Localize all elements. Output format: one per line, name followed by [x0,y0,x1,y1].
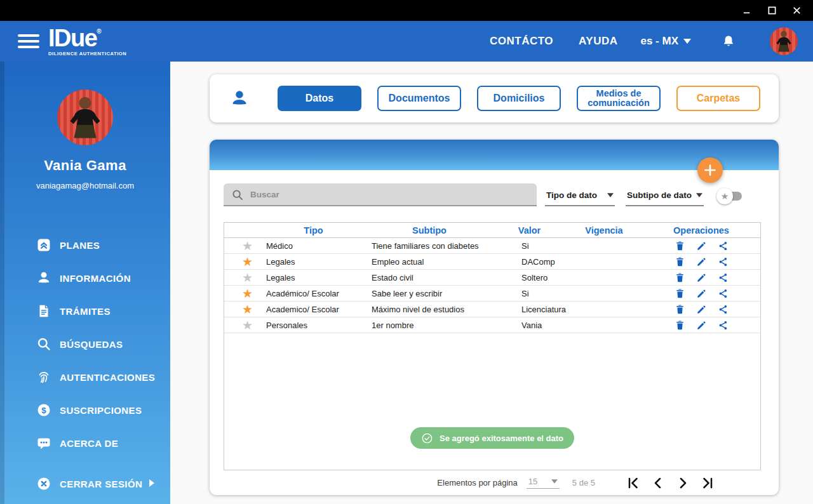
filter-subtipo-de-dato[interactable]: Subtipo de dato [626,185,704,206]
pagination: Elementos por página 15 5 de 5 [224,470,765,495]
caret-down-icon [683,39,691,44]
delete-icon[interactable] [675,272,685,283]
cell-valor: Si [493,289,566,298]
table-row: ★ Legales Estado civil Soltero [224,270,760,286]
search-icon [36,336,51,352]
fingerprint-icon [36,369,51,385]
svg-text:$: $ [41,406,46,415]
add-data-button[interactable] [697,157,723,183]
header-nav: CONTÁCTO AYUDA es - MX [490,27,813,55]
table-body: ★ Médico Tiene familiares con diabetes S… [224,238,760,333]
favorite-star-icon[interactable]: ★ [242,303,253,316]
language-selector[interactable]: es - MX [640,35,691,48]
favorite-star-icon[interactable]: ★ [242,255,253,269]
page-range: 5 de 5 [572,478,595,487]
last-page-icon[interactable] [700,475,715,491]
sidebar-item-informacion[interactable]: INFORMACIÓN [0,262,170,295]
share-icon[interactable] [718,241,729,251]
col-operaciones: Operaciones [642,225,760,235]
bell-icon[interactable] [722,34,736,49]
edit-icon[interactable] [696,288,707,299]
delete-icon[interactable] [675,304,685,315]
main-content: Datos Documentos Domicilios Medios de co… [170,62,813,504]
edit-icon[interactable] [696,272,707,283]
hamburger-icon[interactable] [18,34,39,48]
first-page-icon[interactable] [626,475,641,491]
nav-ayuda[interactable]: AYUDA [579,35,617,48]
delete-icon[interactable] [675,288,685,299]
sidebar-item-acerca-de[interactable]: ACERCA DE [0,427,170,460]
favorites-toggle[interactable]: ★ [716,188,742,204]
close-icon[interactable] [792,6,802,15]
sidebar-item-suscripciones[interactable]: $ SUSCRIPCIONES [0,394,170,427]
tab-carpetas[interactable]: Carpetas [676,86,760,111]
col-subtipo: Subtipo [366,225,493,235]
next-page-icon[interactable] [675,475,690,491]
header-avatar[interactable] [770,27,798,55]
edit-icon[interactable] [696,320,707,331]
sidebar-profile: Vania Gama vaniagamag@hotmail.com [0,62,170,190]
favorite-star-icon[interactable]: ★ [242,239,253,253]
tab-domicilios[interactable]: Domicilios [477,86,561,111]
search-box [224,183,537,206]
sidebar-item-busquedas[interactable]: BÚSQUEDAS [0,328,170,361]
user-email: vaniagamag@hotmail.com [0,181,170,190]
app-header: IDue® DILIGENCE AUTHENTICATION CONTÁCTO … [0,21,813,62]
share-icon[interactable] [718,304,729,315]
tab-medios-de-comunicacion[interactable]: Medios de comunicación [577,86,661,111]
edit-icon[interactable] [696,256,707,267]
filter-tipo-de-dato[interactable]: Tipo de dato [545,185,615,206]
document-icon [36,303,51,319]
sidebar-item-cerrar-sesion[interactable]: CERRAR SESIÓN [0,467,170,500]
favorite-star-icon[interactable]: ★ [242,271,253,284]
plans-icon [36,237,51,253]
dollar-icon: $ [36,402,51,418]
maximize-icon[interactable] [767,6,777,15]
share-icon[interactable] [718,272,729,283]
data-panel: Tipo de dato Subtipo de dato ★ Tipo Subt… [210,140,779,495]
cell-subtipo: Máximo nivel de estudios [366,305,493,314]
cell-tipo: Legales [261,257,366,267]
table-header-row: Tipo Subtipo Valor Vigencia Operaciones [224,223,760,238]
sidebar-item-autenticaciones[interactable]: AUTENTICACIONES [0,361,170,394]
share-icon[interactable] [718,256,729,267]
tab-documentos[interactable]: Documentos [377,86,461,111]
person-icon [230,88,249,109]
cell-subtipo: 1er nombre [366,321,493,330]
page-size-label: Elementos por página [437,478,517,487]
table-row: ★ Academico/ Escolar Máximo nivel de est… [224,302,760,317]
prev-page-icon[interactable] [650,475,666,491]
nav-contacto[interactable]: CONTÁCTO [490,35,553,48]
cell-subtipo: Estado civil [366,273,493,282]
edit-icon[interactable] [696,241,707,251]
sidebar-logout-menu: CERRAR SESIÓN [0,467,170,500]
delete-icon[interactable] [675,241,685,251]
logo-title: IDue® [48,26,126,50]
share-icon[interactable] [718,320,729,331]
favorite-star-icon[interactable]: ★ [242,319,253,332]
user-name: Vania Gama [0,157,170,174]
table-row: ★ Académico/ Escolar Sabe leer y escribi… [224,286,760,302]
cell-tipo: Personales [261,321,366,330]
favorite-star-icon[interactable]: ★ [242,287,253,300]
col-valor: Valor [493,225,566,235]
minimize-icon[interactable] [742,6,752,15]
delete-icon[interactable] [675,256,685,267]
registered-mark: ® [97,28,101,35]
caret-down-icon [551,479,558,484]
sidebar-item-tramites[interactable]: TRÁMITES [0,295,170,328]
cell-tipo: Academico/ Escolar [261,305,366,314]
cell-tipo: Médico [261,241,366,251]
caret-right-icon [142,478,155,489]
search-input[interactable] [224,183,537,206]
share-icon[interactable] [718,288,729,299]
page-size-select[interactable]: 15 [527,477,560,489]
cell-valor: DAComp [493,257,566,267]
edit-icon[interactable] [696,304,707,315]
delete-icon[interactable] [675,320,685,331]
data-table: Tipo Subtipo Valor Vigencia Operaciones … [224,222,761,470]
sidebar-item-planes[interactable]: PLANES [0,229,170,262]
panel-header-band [210,140,779,170]
tab-datos[interactable]: Datos [278,86,361,111]
cell-tipo: Académico/ Escolar [261,289,366,298]
